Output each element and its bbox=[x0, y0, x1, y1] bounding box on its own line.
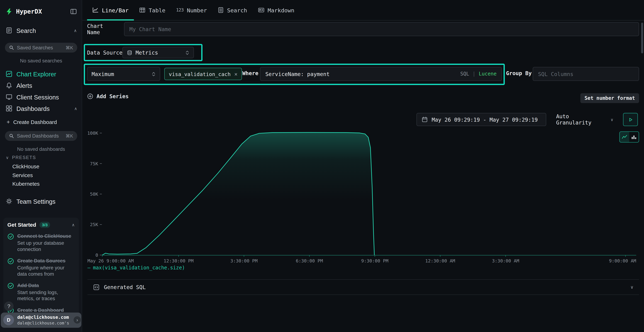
timeseries-chart[interactable]: 025K50K75K100KMay 26 9:00:00 AM12:30:00 … bbox=[88, 130, 638, 266]
view-tabbar: Line/Bar Table 123 Number Search bbox=[82, 0, 644, 20]
collapse-sidebar-icon[interactable] bbox=[70, 8, 77, 15]
user-email: dale@clickhouse.com bbox=[17, 315, 69, 320]
saved-searches-pill[interactable]: ⌘K bbox=[5, 43, 77, 52]
scrollbar-thumb[interactable] bbox=[641, 22, 643, 53]
markdown-icon bbox=[258, 7, 264, 13]
aggregation-select[interactable]: Maximum bbox=[87, 67, 160, 81]
chart-explorer-icon bbox=[6, 71, 12, 77]
svg-text:3:30:00 PM: 3:30:00 PM bbox=[230, 258, 258, 264]
data-source-value: Metrics bbox=[136, 50, 158, 56]
svg-text:25K: 25K bbox=[90, 222, 98, 227]
sql-toggle[interactable]: SQL bbox=[460, 71, 469, 77]
search-section-icon bbox=[6, 27, 12, 34]
sidebar-item-search[interactable]: Search ∧ bbox=[6, 26, 77, 35]
nav-label: Dashboards bbox=[16, 105, 50, 112]
group-by-label: Group By bbox=[506, 70, 532, 76]
nav-label: Alerts bbox=[16, 82, 32, 89]
no-saved-dashboards-text: No saved dashboards bbox=[0, 146, 82, 152]
create-dashboard-button[interactable]: + Create Dashboard bbox=[6, 119, 57, 126]
team-settings-label: Team Settings bbox=[16, 198, 56, 205]
tab-markdown[interactable]: Markdown bbox=[252, 0, 300, 20]
help-button[interactable]: ? bbox=[4, 302, 14, 311]
sidebar-item-client-sessions[interactable]: Client Sessions bbox=[0, 91, 82, 103]
sidebar-item-alerts[interactable]: Alerts bbox=[0, 80, 82, 91]
legend-label: max(visa_validation_cache.size) bbox=[93, 265, 185, 271]
number-123-icon: 123 bbox=[176, 7, 184, 13]
svg-text:0: 0 bbox=[96, 252, 98, 258]
svg-text:75K: 75K bbox=[90, 161, 98, 166]
set-number-format-button[interactable]: Set number format bbox=[580, 93, 639, 103]
presets-header[interactable]: ∨ PRESETS bbox=[6, 155, 36, 160]
run-query-button[interactable] bbox=[623, 113, 638, 126]
shortcut-badge: ⌘K bbox=[66, 45, 73, 50]
plus-circle-icon bbox=[87, 93, 93, 99]
lucene-toggle[interactable]: Lucene bbox=[479, 71, 496, 77]
svg-text:12:30:00 AM: 12:30:00 AM bbox=[425, 258, 455, 264]
tab-line-bar[interactable]: Line/Bar bbox=[87, 0, 134, 20]
chevron-right-icon[interactable]: › bbox=[73, 316, 82, 324]
tab-label: Search bbox=[227, 7, 247, 14]
preset-item-clickhouse[interactable]: ClickHouse bbox=[12, 164, 39, 170]
tab-table[interactable]: Table bbox=[134, 0, 171, 20]
sidebar-item-chart-explorer[interactable]: Chart Explorer bbox=[0, 68, 82, 80]
saved-searches-input[interactable] bbox=[17, 45, 62, 50]
date-range-value: May 26 09:29:19 - May 27 09:29:19 bbox=[432, 116, 538, 122]
svg-text:9:30:00 PM: 9:30:00 PM bbox=[361, 258, 388, 264]
chevron-up-icon[interactable]: ∧ bbox=[72, 222, 75, 227]
user-profile-chip[interactable]: D dale@clickhouse.com dale@clickhouse.co… bbox=[1, 312, 82, 328]
metric-chip[interactable]: visa_validation_cach × bbox=[164, 68, 242, 80]
preset-item-services[interactable]: Services bbox=[12, 172, 33, 178]
plus-icon: + bbox=[6, 119, 10, 126]
saved-dashboards-pill[interactable]: ⌘K bbox=[5, 131, 77, 141]
nav-label: Client Sessions bbox=[16, 94, 59, 100]
data-source-row: Data Source bbox=[87, 47, 122, 58]
add-series-label: Add Series bbox=[96, 93, 129, 99]
svg-text:6:30:00 PM: 6:30:00 PM bbox=[296, 258, 323, 264]
date-range-picker[interactable]: May 26 09:29:19 - May 27 09:29:19 bbox=[416, 113, 546, 126]
tab-label: Table bbox=[149, 7, 165, 14]
series-swatch: — bbox=[88, 265, 90, 271]
svg-text:3:30:00 AM: 3:30:00 AM bbox=[492, 258, 519, 264]
where-input[interactable] bbox=[265, 71, 457, 77]
data-source-select[interactable]: Metrics bbox=[122, 47, 194, 58]
time-controls-row: May 26 09:29:19 - May 27 09:29:19 Auto G… bbox=[82, 113, 639, 126]
granularity-select[interactable]: Auto Granularity ∨ bbox=[553, 113, 616, 126]
tab-number[interactable]: 123 Number bbox=[171, 0, 212, 20]
add-series-button[interactable]: Add Series bbox=[87, 93, 639, 99]
svg-text:100K: 100K bbox=[88, 130, 98, 136]
divider: | bbox=[472, 71, 476, 77]
chart-name-row: Chart Name bbox=[87, 22, 639, 36]
line-chart-icon bbox=[92, 7, 98, 13]
user-org: dale@clickhouse.com's bbox=[17, 321, 69, 325]
get-started-item-title: Create Data Sources bbox=[17, 258, 74, 264]
svg-text:9:00:00 AM: 9:00:00 AM bbox=[609, 258, 636, 264]
create-dashboard-label: Create Dashboard bbox=[13, 119, 57, 125]
brand-title: HyperDX bbox=[16, 8, 67, 15]
no-saved-searches-text: No saved searches bbox=[0, 58, 82, 64]
actions-row: Add Series Set number format bbox=[87, 93, 639, 103]
gear-icon bbox=[6, 198, 12, 205]
shortcut-badge: ⌘K bbox=[66, 133, 73, 139]
chevron-up-icon[interactable]: ∧ bbox=[74, 106, 77, 110]
aggregation-value: Maximum bbox=[92, 71, 114, 77]
get-started-badge: 3/3 bbox=[40, 222, 50, 228]
close-icon[interactable]: × bbox=[234, 71, 238, 77]
select-updown-icon bbox=[185, 50, 189, 55]
tab-search[interactable]: Search bbox=[212, 0, 252, 20]
group-by-input[interactable] bbox=[533, 67, 639, 81]
get-started-item-subtitle: Start sending logs, metrics, or traces bbox=[17, 290, 74, 302]
dashboards-grid-icon bbox=[6, 105, 12, 112]
code-icon bbox=[93, 284, 99, 290]
chart-name-input[interactable] bbox=[124, 22, 639, 36]
get-started-header[interactable]: Get Started 3/3 ∧ bbox=[7, 222, 75, 228]
generated-sql-row[interactable]: Generated SQL ∨ bbox=[88, 279, 639, 295]
sidebar-item-dashboards[interactable]: Dashboards ∧ bbox=[0, 103, 82, 114]
saved-dashboards-input[interactable] bbox=[17, 133, 62, 139]
preset-item-kubernetes[interactable]: Kubernetes bbox=[12, 181, 40, 187]
search-results-icon bbox=[218, 7, 224, 13]
play-icon bbox=[628, 117, 633, 122]
chevron-up-icon[interactable]: ∧ bbox=[74, 28, 77, 32]
sidebar-item-team-settings[interactable]: Team Settings bbox=[6, 196, 77, 206]
brand-row: HyperDX bbox=[6, 6, 77, 16]
get-started-item: Connect to ClickHouse Set up your databa… bbox=[7, 233, 75, 252]
